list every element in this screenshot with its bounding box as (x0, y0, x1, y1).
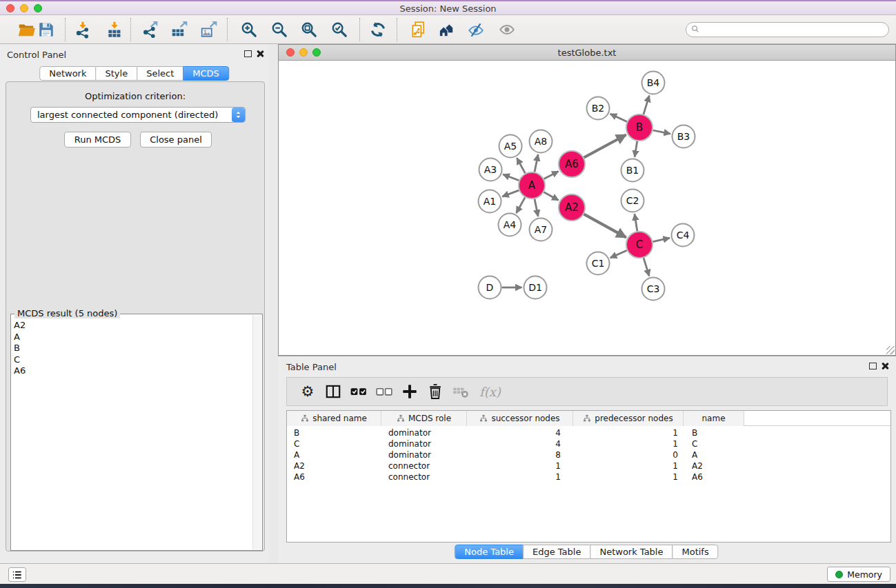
node-A7[interactable]: A7 (530, 219, 552, 241)
open-file-icon[interactable] (17, 20, 36, 39)
cell-MCDS-role[interactable]: connector (381, 472, 467, 483)
refresh-icon[interactable] (368, 20, 388, 39)
tab-network-table[interactable]: Network Table (590, 545, 673, 559)
column-header-shared-name[interactable]: shared name (287, 411, 381, 426)
tab-mcds[interactable]: MCDS (183, 66, 229, 81)
network-canvas-svg[interactable]: B4B2BB3A8A5A6A3B1AA1C2A2A4A7C4CC1C3DD1 (279, 61, 895, 355)
resize-handle-icon[interactable] (886, 346, 895, 354)
close-panel-button[interactable]: Close panel (140, 132, 212, 148)
cell-MCDS-role[interactable]: connector (381, 460, 467, 472)
run-mcds-button[interactable]: Run MCDS (64, 132, 131, 148)
cell-name[interactable]: C (684, 438, 744, 449)
node-C[interactable]: C (626, 232, 653, 258)
mcds-result-item[interactable]: A6 (14, 365, 250, 377)
column-header-name[interactable]: name (684, 411, 744, 426)
cell-MCDS-role[interactable]: dominator (381, 438, 467, 449)
node-A[interactable]: A (519, 172, 545, 199)
column-header-successor-nodes[interactable]: successor nodes (467, 411, 573, 426)
mcds-result-item[interactable]: C (14, 354, 250, 366)
criterion-dropdown[interactable]: largest connected component (directed) (30, 107, 246, 123)
search-box[interactable] (686, 22, 889, 37)
node-A3[interactable]: A3 (479, 159, 502, 181)
cell-shared-name[interactable]: A6 (287, 472, 381, 483)
node-B[interactable]: B (626, 114, 653, 141)
cell-MCDS-role[interactable]: dominator (381, 427, 467, 438)
column-header-predecessor-nodes[interactable]: predecessor nodes (573, 411, 684, 426)
tab-node-table[interactable]: Node Table (455, 545, 524, 559)
float-panel-icon[interactable] (244, 50, 252, 57)
table-row[interactable]: Bdominator41B (287, 427, 890, 438)
hide-selected-icon[interactable] (466, 20, 486, 39)
cell-predecessor-nodes[interactable]: 0 (573, 449, 684, 460)
mcds-result-item[interactable]: A (14, 332, 250, 343)
cell-name[interactable]: A6 (684, 472, 744, 483)
import-table-icon[interactable] (105, 20, 124, 39)
table-row[interactable]: Adominator80A (287, 449, 890, 460)
new-network-from-selection-icon[interactable] (409, 20, 428, 39)
close-panel-icon[interactable] (257, 50, 264, 57)
node-B2[interactable]: B2 (587, 97, 610, 120)
cell-shared-name[interactable]: B (287, 427, 381, 438)
table-options-icon[interactable]: ⚙ (298, 382, 317, 401)
cell-MCDS-role[interactable]: dominator (381, 449, 467, 460)
task-history-button[interactable] (8, 567, 26, 582)
node-B4[interactable]: B4 (642, 72, 665, 94)
cell-predecessor-nodes[interactable]: 1 (573, 427, 684, 438)
cell-name[interactable]: A2 (684, 460, 744, 472)
tab-select[interactable]: Select (137, 66, 183, 81)
node-A1[interactable]: A1 (479, 190, 501, 213)
memory-button[interactable]: Memory (827, 567, 890, 582)
mcds-result-list[interactable]: A2ABCA6 (14, 320, 250, 547)
cell-successor-nodes[interactable]: 8 (467, 449, 573, 460)
node-table[interactable]: shared nameMCDS rolesuccessor nodesprede… (286, 410, 891, 543)
cell-shared-name[interactable]: A2 (287, 460, 381, 472)
import-network-icon[interactable] (73, 20, 92, 39)
cell-successor-nodes[interactable]: 4 (467, 427, 573, 438)
cell-name[interactable]: A (684, 449, 744, 460)
select-all-rows-icon[interactable] (349, 382, 368, 401)
mcds-result-scrollbar[interactable] (252, 315, 261, 549)
show-column-icon[interactable] (323, 382, 343, 401)
node-A6[interactable]: A6 (559, 151, 585, 177)
column-header-MCDS-role[interactable]: MCDS role (381, 411, 467, 426)
node-A5[interactable]: A5 (499, 135, 522, 158)
zoom-fit-icon[interactable] (299, 20, 319, 39)
tab-style[interactable]: Style (95, 66, 137, 81)
cell-shared-name[interactable]: A (287, 449, 381, 460)
show-all-icon[interactable] (497, 20, 517, 39)
export-network-icon[interactable] (141, 20, 160, 39)
cell-predecessor-nodes[interactable]: 1 (573, 472, 684, 483)
cell-name[interactable]: B (684, 427, 744, 438)
zoom-in-icon[interactable] (239, 20, 259, 39)
float-table-panel-icon[interactable] (869, 363, 877, 369)
zoom-out-icon[interactable] (270, 20, 289, 39)
cell-successor-nodes[interactable]: 1 (467, 460, 573, 472)
cell-successor-nodes[interactable]: 1 (467, 472, 573, 483)
deselect-all-rows-icon[interactable] (375, 382, 394, 401)
tab-motifs[interactable]: Motifs (672, 545, 718, 559)
node-B1[interactable]: B1 (621, 159, 644, 182)
search-input[interactable] (701, 23, 884, 36)
add-column-icon[interactable] (400, 382, 419, 401)
cell-shared-name[interactable]: C (287, 438, 381, 449)
first-neighbors-icon[interactable] (437, 20, 456, 39)
export-table-icon[interactable] (170, 20, 189, 39)
node-A4[interactable]: A4 (499, 214, 521, 236)
node-B3[interactable]: B3 (673, 125, 695, 148)
save-session-icon[interactable] (37, 20, 56, 39)
mcds-result-item[interactable]: B (14, 343, 250, 354)
table-row[interactable]: Cdominator41C (287, 438, 890, 449)
node-C3[interactable]: C3 (642, 278, 665, 301)
zoom-selected-icon[interactable] (330, 20, 349, 39)
cell-successor-nodes[interactable]: 4 (467, 438, 573, 449)
cell-predecessor-nodes[interactable]: 1 (573, 438, 684, 449)
tab-edge-table[interactable]: Edge Table (523, 545, 590, 559)
node-C2[interactable]: C2 (621, 190, 644, 212)
node-A8[interactable]: A8 (530, 130, 552, 153)
cell-predecessor-nodes[interactable]: 1 (573, 460, 684, 472)
table-row[interactable]: A2connector11A2 (287, 460, 890, 472)
mcds-result-item[interactable]: A2 (14, 320, 250, 332)
node-C4[interactable]: C4 (672, 224, 695, 247)
node-A2[interactable]: A2 (559, 194, 585, 221)
tab-network[interactable]: Network (39, 66, 96, 81)
